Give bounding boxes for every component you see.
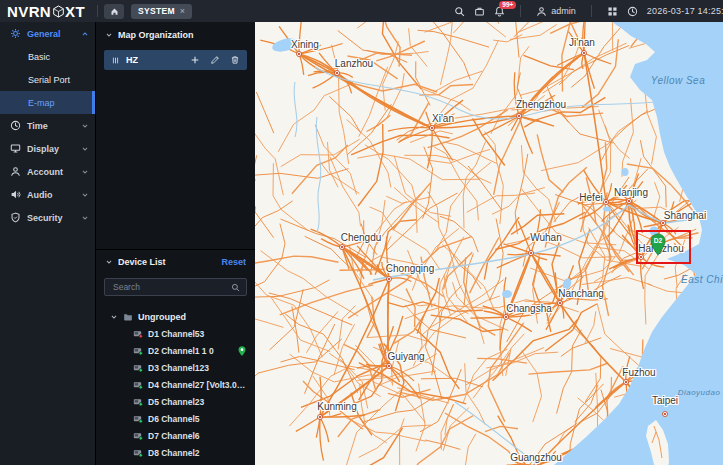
topbar-right: 99+ admin 2026-03-17 14:25:1	[454, 5, 723, 17]
city-dot-kunming	[317, 414, 323, 420]
emap-canvas[interactable]: XiningLanzhouXi'anJi'nanZhengzhouHefeiNa…	[255, 22, 723, 465]
device-row-d3[interactable]: D3 Channel123	[96, 359, 255, 376]
sea-label-east-chin: East Chin	[681, 274, 723, 285]
clock-icon	[10, 120, 21, 131]
sidebar-item-label: Time	[27, 121, 75, 131]
city-dot-xi-an	[429, 125, 435, 131]
device-row-d4[interactable]: D4 Channel27 [Volt3.0]_IP...	[96, 376, 255, 393]
sidebar-subitem-basic[interactable]: Basic	[0, 45, 95, 68]
city-dot-nanchang	[557, 300, 563, 306]
tab-close-icon[interactable]: ×	[180, 6, 186, 16]
sidebar-item-label: Account	[27, 167, 75, 177]
add-map-icon[interactable]	[190, 55, 200, 65]
delete-map-icon[interactable]	[230, 55, 240, 65]
sidebar-item-security[interactable]: Security	[0, 206, 95, 229]
datetime: 2026-03-17 14:25:1	[647, 6, 723, 16]
camera-device-icon	[133, 414, 143, 424]
city-dot-zhengzhou	[516, 113, 522, 119]
device-name: D4 Channel27 [Volt3.0]_IP...	[148, 380, 247, 390]
notification-badge: 99+	[499, 1, 516, 10]
city-dot-wuhan	[528, 250, 534, 256]
drag-handle-icon[interactable]	[111, 56, 120, 65]
sidebar-item-label: General	[27, 29, 75, 39]
device-name: D3 Channel123	[148, 363, 247, 373]
sidebar-subitem-e-map[interactable]: E-map	[0, 91, 95, 114]
sidebar-subitem-serial-port[interactable]: Serial Port	[0, 68, 95, 91]
sidebar-subitem-label: Basic	[28, 52, 50, 62]
city-label-chongqing: Chongqing	[386, 263, 434, 274]
device-list-title: Device List	[118, 257, 166, 267]
sidebar-subitem-label: Serial Port	[28, 75, 70, 85]
camera-device-icon	[133, 329, 143, 339]
map-item-hz[interactable]: HZ	[104, 50, 247, 70]
sidebar-item-label: Audio	[27, 190, 75, 200]
device-row-d1[interactable]: D1 Channel53	[96, 325, 255, 342]
alarm-bell-icon[interactable]: 99+	[494, 6, 505, 17]
logo-hexcube-icon	[52, 5, 65, 18]
chevron-down-icon	[110, 313, 118, 321]
device-list-section: Device List Reset Ungrouped D1 Channel53…	[96, 250, 255, 461]
city-dot-nanjing	[626, 198, 632, 204]
user-icon	[536, 6, 547, 17]
city-dot-ji-nan	[581, 50, 587, 56]
chevron-down-icon	[81, 168, 89, 176]
sidebar-item-display[interactable]: Display	[0, 137, 95, 160]
device-search-box	[104, 278, 247, 296]
city-dot-fuzhou	[623, 379, 629, 385]
map-organization-header[interactable]: Map Organization	[96, 22, 255, 48]
search-icon[interactable]	[231, 283, 240, 292]
user-menu[interactable]: admin	[536, 6, 576, 17]
logo-text-suffix: XT	[65, 3, 85, 20]
device-tree: Ungrouped D1 Channel53D2 Channel1 1 0D3 …	[96, 308, 255, 461]
grid-apps-icon[interactable]	[607, 6, 618, 17]
city-label-hefei: Hefei	[579, 192, 602, 203]
city-dot-guiyang	[386, 363, 392, 369]
device-map-marker-d2[interactable]: D2	[649, 233, 667, 260]
topbar-divider	[520, 5, 521, 17]
device-group-ungrouped[interactable]: Ungrouped	[96, 308, 255, 325]
map-organization-title: Map Organization	[118, 30, 194, 40]
sidebar-item-time[interactable]: Time	[0, 114, 95, 137]
city-label-fuzhou: Fuzhou	[622, 367, 655, 378]
sidebar-item-general[interactable]: General	[0, 22, 95, 45]
sidebar-item-account[interactable]: Account	[0, 160, 95, 183]
device-name: D7 Channel6	[148, 431, 247, 441]
device-name: D6 Channel5	[148, 414, 247, 424]
group-name: Ungrouped	[138, 312, 186, 322]
search-icon[interactable]	[454, 6, 465, 17]
city-label-nanjing: Nanjing	[614, 187, 648, 198]
gear-icon	[10, 28, 21, 39]
clock-icon	[627, 6, 638, 17]
device-row-d8[interactable]: D8 Channel2	[96, 444, 255, 461]
device-list-header[interactable]: Device List Reset	[96, 250, 255, 274]
topbar-divider	[97, 5, 98, 17]
top-bar: NVRN XT SYSTEM × 99+ admin 2026-03-17 14…	[0, 0, 723, 22]
map-organization-section: Map Organization HZ	[96, 22, 255, 250]
camera-device-icon	[133, 431, 143, 441]
device-row-d7[interactable]: D7 Channel6	[96, 427, 255, 444]
camera-device-icon	[133, 380, 143, 390]
camera-device-icon	[133, 363, 143, 373]
sidebar-item-audio[interactable]: Audio	[0, 183, 95, 206]
edit-map-icon[interactable]	[210, 55, 220, 65]
device-row-d6[interactable]: D6 Channel5	[96, 410, 255, 427]
toolbox-icon[interactable]	[474, 6, 485, 17]
device-row-d2[interactable]: D2 Channel1 1 0	[96, 342, 255, 359]
user-icon	[10, 166, 21, 177]
reset-button[interactable]: Reset	[221, 257, 246, 267]
city-label-changsha: Changsha	[506, 303, 552, 314]
chevron-up-icon	[81, 30, 89, 38]
display-icon	[10, 143, 21, 154]
city-dot-chongqing	[386, 276, 392, 282]
chevron-down-icon	[81, 145, 89, 153]
sidebar-menu: GeneralBasicSerial PortE-mapTimeDisplayA…	[0, 22, 95, 465]
city-label-xi-an: Xi'an	[432, 113, 454, 124]
home-icon	[110, 7, 119, 16]
search-input[interactable]	[111, 281, 227, 293]
city-label-zhengzhou: Zhengzhou	[516, 99, 566, 110]
sea-label-diaoyudao: Diaoyudao	[678, 388, 721, 397]
home-button[interactable]	[104, 4, 124, 19]
device-row-d5[interactable]: D5 Channel23	[96, 393, 255, 410]
city-label-lanzhou: Lanzhou	[335, 58, 373, 69]
tab-system[interactable]: SYSTEM ×	[131, 4, 192, 19]
